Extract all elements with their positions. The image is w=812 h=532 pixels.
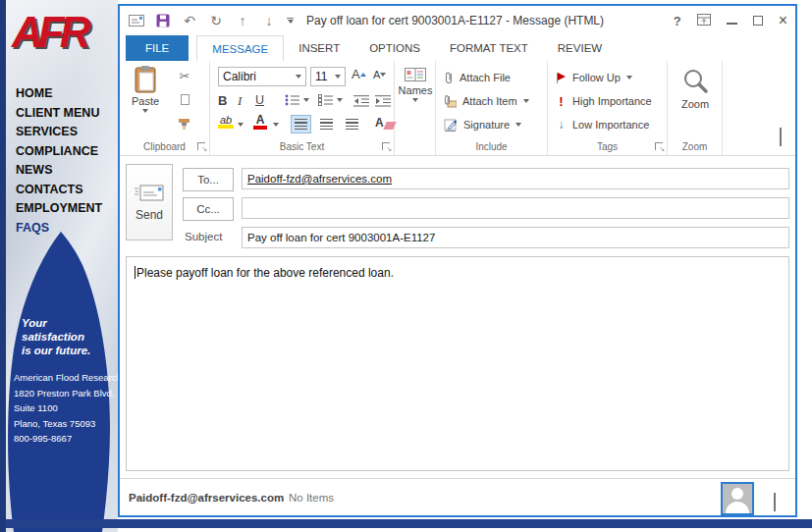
tags-group-label: Tags xyxy=(548,141,667,152)
group-tags: Follow Up ! High Importance ↓ Low Import… xyxy=(548,61,668,155)
attach-item-label: Attach Item xyxy=(462,95,517,107)
tab-options[interactable]: OPTIONS xyxy=(354,35,435,61)
sidebar-item-home[interactable]: HOME xyxy=(16,84,102,104)
ribbon-display-options-icon[interactable] xyxy=(697,12,711,29)
bold-button[interactable]: B xyxy=(218,93,227,108)
paste-label: Paste xyxy=(132,95,159,107)
low-importance-button[interactable]: ↓ Low Importance xyxy=(556,116,649,133)
basic-text-dialog-launcher-icon[interactable] xyxy=(382,142,390,150)
window-title: Pay off loan for cert 9003001A-E1127 - M… xyxy=(306,14,604,27)
format-painter-icon[interactable] xyxy=(175,115,194,132)
cc-field[interactable] xyxy=(242,197,789,219)
sidebar-item-services[interactable]: SERVICES xyxy=(16,123,102,142)
subject-field[interactable]: Pay off loan for cert 9003001A-E1127 xyxy=(242,227,789,248)
align-center-button[interactable] xyxy=(316,115,337,133)
maximize-button[interactable] xyxy=(753,16,763,26)
follow-up-dropdown-icon xyxy=(626,76,632,80)
sidebar-item-compliance[interactable]: COMPLIANCE xyxy=(16,142,102,162)
underline-button[interactable]: U xyxy=(255,93,264,107)
font-size-dropdown-icon xyxy=(335,75,341,79)
body-text: Please payoff loan for the above referen… xyxy=(136,266,394,280)
bullets-button[interactable] xyxy=(285,94,309,106)
italic-button[interactable]: I xyxy=(238,93,242,109)
attach-item-icon xyxy=(444,94,457,108)
align-right-button[interactable] xyxy=(342,115,362,133)
increase-indent-icon[interactable] xyxy=(375,95,392,107)
help-button[interactable]: ? xyxy=(674,14,681,28)
sidebar-item-client-menu[interactable]: CLIENT MENU xyxy=(16,104,102,124)
tags-dialog-launcher-icon[interactable] xyxy=(655,142,663,150)
minimize-button[interactable] xyxy=(727,23,737,25)
font-name-dropdown-icon xyxy=(296,75,301,79)
message-window-icon[interactable] xyxy=(128,11,145,30)
save-icon[interactable] xyxy=(154,11,172,30)
zoom-button[interactable]: Zoom xyxy=(680,67,710,110)
clipboard-icon xyxy=(134,66,157,93)
paste-button[interactable]: Paste xyxy=(126,66,165,113)
sidebar-item-employment[interactable]: EMPLOYMENT xyxy=(16,199,102,219)
send-button[interactable]: Send xyxy=(126,164,173,240)
avatar[interactable] xyxy=(721,482,754,515)
send-envelope-icon xyxy=(134,183,165,202)
collapse-people-pane-icon[interactable] xyxy=(774,495,776,512)
attach-item-button[interactable]: Attach Item xyxy=(444,92,529,110)
clipboard-dialog-launcher-icon[interactable] xyxy=(197,142,205,150)
group-names: Names xyxy=(395,61,436,155)
shrink-font-glyph: A xyxy=(373,69,380,80)
undo-icon[interactable] xyxy=(181,11,198,30)
highlight-color-bar xyxy=(218,125,234,129)
close-button[interactable]: × xyxy=(779,16,787,26)
move-up-icon[interactable] xyxy=(234,11,251,30)
to-field[interactable]: Paidoff-fzd@afrservices.com xyxy=(242,168,789,189)
clear-formatting-button[interactable]: A xyxy=(375,116,395,130)
status-bar: Paidoff-fzd@afrservices.com No Items xyxy=(120,478,795,515)
font-name-combobox[interactable]: Calibri xyxy=(218,67,306,86)
signature-button[interactable]: Signature xyxy=(444,116,521,133)
redo-icon[interactable] xyxy=(207,11,225,30)
copy-icon[interactable] xyxy=(175,91,194,108)
follow-up-button[interactable]: Follow Up xyxy=(556,69,632,86)
move-down-icon[interactable] xyxy=(260,11,278,30)
follow-up-label: Follow Up xyxy=(572,72,621,83)
bullets-icon xyxy=(285,94,300,106)
signature-dropdown-icon xyxy=(515,123,521,127)
cut-icon[interactable] xyxy=(175,68,194,84)
message-body[interactable]: Please payoff loan for the above referen… xyxy=(126,256,789,471)
font-color-button[interactable]: A xyxy=(253,115,267,130)
to-button[interactable]: To... xyxy=(183,168,234,191)
customize-quick-access-icon[interactable] xyxy=(287,18,294,24)
grow-font-button[interactable]: A xyxy=(352,67,366,81)
ribbon: Paste Clipboard Calibri xyxy=(120,61,795,156)
decrease-indent-icon[interactable] xyxy=(353,95,370,107)
sidebar-item-news[interactable]: NEWS xyxy=(16,161,102,181)
names-button[interactable]: Names xyxy=(398,67,433,102)
font-color-dropdown-icon[interactable] xyxy=(273,123,279,127)
font-color-bar xyxy=(253,126,267,130)
tab-message[interactable]: MESSAGE xyxy=(196,35,284,61)
collapse-ribbon-icon[interactable] xyxy=(780,130,782,147)
tab-insert[interactable]: INSERT xyxy=(284,35,354,61)
font-size-combobox[interactable]: 11 xyxy=(310,67,346,86)
tab-format-text[interactable]: FORMAT TEXT xyxy=(435,35,543,61)
sidebar-item-contacts[interactable]: CONTACTS xyxy=(16,181,102,200)
highlight-dropdown-icon[interactable] xyxy=(238,123,244,127)
high-importance-label: High Importance xyxy=(572,95,652,107)
high-importance-button[interactable]: ! High Importance xyxy=(556,92,652,110)
screen: AFR HOME CLIENT MENU SERVICES COMPLIANCE… xyxy=(0,0,812,532)
numbering-button[interactable] xyxy=(318,94,343,106)
tab-file[interactable]: FILE xyxy=(126,35,189,61)
text-highlight-button[interactable]: ab xyxy=(218,115,234,129)
paste-dropdown-icon xyxy=(142,109,148,113)
site-left-strip xyxy=(0,0,6,532)
font-size-value: 11 xyxy=(315,70,327,83)
site-menu: HOME CLIENT MENU SERVICES COMPLIANCE NEW… xyxy=(16,84,102,238)
shrink-font-button[interactable]: A xyxy=(373,69,386,80)
afr-logo[interactable]: AFR xyxy=(12,8,85,57)
tab-review[interactable]: REVIEW xyxy=(543,35,617,61)
attach-file-button[interactable]: Attach File xyxy=(444,69,511,86)
group-clipboard: Paste Clipboard xyxy=(120,61,210,155)
to-recipient[interactable]: Paidoff-fzd@afrservices.com xyxy=(247,173,392,185)
site-bottom-bar xyxy=(0,519,812,528)
cc-button[interactable]: Cc... xyxy=(183,197,234,221)
align-left-button[interactable] xyxy=(291,115,311,133)
